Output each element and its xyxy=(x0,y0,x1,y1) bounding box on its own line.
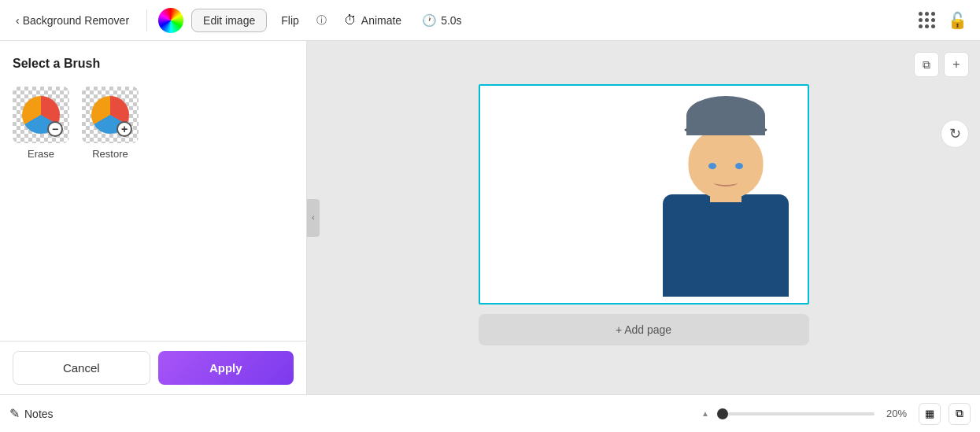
sidebar-content: Select a Brush − Erase + Restore xyxy=(0,41,306,341)
erase-badge-icon: − xyxy=(47,121,63,137)
erase-brush-thumb: − xyxy=(13,87,69,143)
lock-button[interactable]: 🔓 xyxy=(945,8,971,33)
sidebar-footer: Cancel Apply xyxy=(0,341,306,394)
erase-label: Erase xyxy=(28,148,54,160)
add-frame-button[interactable]: + xyxy=(944,52,969,77)
grid-menu-button[interactable] xyxy=(915,9,938,31)
bottom-bar: ✎ Notes ▲ 20% ▦ ⧉ xyxy=(0,394,980,432)
copy-icon: ⧉ xyxy=(923,58,930,72)
back-label: Background Remover xyxy=(23,14,129,27)
refresh-icon: ↻ xyxy=(949,125,961,142)
info-icon: ⓘ xyxy=(316,13,327,28)
top-bar-right: 🔓 xyxy=(915,8,971,33)
animate-label: Animate xyxy=(361,14,401,27)
notes-icon: ✎ xyxy=(9,406,20,421)
chevron-left-icon: ‹ xyxy=(16,14,20,27)
lock-icon: 🔓 xyxy=(948,11,967,30)
zoom-level: 20% xyxy=(882,408,911,419)
scroll-up-arrow: ▲ xyxy=(701,410,709,418)
info-icon-button[interactable]: ⓘ xyxy=(313,10,330,31)
progress-thumb[interactable] xyxy=(717,408,728,419)
notes-button[interactable]: ✎ Notes xyxy=(9,406,54,421)
flip-button[interactable]: Flip xyxy=(275,11,305,30)
restore-brush-thumb: + xyxy=(82,87,139,143)
canvas-toolbar: ⧉ + xyxy=(914,52,969,77)
collapse-sidebar-button[interactable]: ‹ xyxy=(307,199,320,237)
cancel-button[interactable]: Cancel xyxy=(13,351,150,385)
sidebar: Select a Brush − Erase + Restore xyxy=(0,41,307,394)
progress-track[interactable] xyxy=(717,412,875,415)
add-page-button[interactable]: + Add page xyxy=(479,314,809,345)
restore-label: Restore xyxy=(92,148,128,160)
brush-options: − Erase + Restore xyxy=(13,87,294,160)
time-button[interactable]: 🕐 5.0s xyxy=(416,10,468,31)
canvas-wrapper: + Add page xyxy=(479,84,809,345)
page-counter-button[interactable]: ▦ xyxy=(919,403,941,425)
notes-label: Notes xyxy=(24,408,54,420)
refresh-button[interactable]: ↻ xyxy=(941,120,969,148)
main-content: Select a Brush − Erase + Restore xyxy=(0,41,980,394)
fullscreen-button[interactable]: ⧉ xyxy=(949,403,971,425)
time-label: 5.0s xyxy=(441,14,461,27)
top-bar: ‹ Background Remover Edit image Flip ⓘ ⏱… xyxy=(0,0,980,41)
edit-image-button[interactable]: Edit image xyxy=(191,9,267,32)
restore-brush-option[interactable]: + Restore xyxy=(82,87,139,160)
clock-icon: ⏱ xyxy=(344,13,357,28)
color-wheel-icon[interactable] xyxy=(158,8,183,33)
divider xyxy=(146,9,147,31)
canvas-area: ‹ ⧉ + ↻ xyxy=(307,41,980,394)
timer-icon: 🕐 xyxy=(422,13,437,28)
page-count-icon: ▦ xyxy=(925,408,934,419)
animate-button[interactable]: ⏱ Animate xyxy=(338,10,408,31)
dots-grid-icon xyxy=(919,12,935,28)
sidebar-title: Select a Brush xyxy=(13,57,294,71)
erase-brush-option[interactable]: − Erase xyxy=(13,87,69,160)
fullscreen-icon: ⧉ xyxy=(956,407,963,420)
canvas-frame xyxy=(479,84,809,305)
back-button[interactable]: ‹ Background Remover xyxy=(9,11,135,30)
apply-button[interactable]: Apply xyxy=(158,351,294,385)
copy-frame-button[interactable]: ⧉ xyxy=(914,52,939,77)
add-icon: + xyxy=(952,57,960,72)
restore-badge-icon: + xyxy=(116,121,132,137)
